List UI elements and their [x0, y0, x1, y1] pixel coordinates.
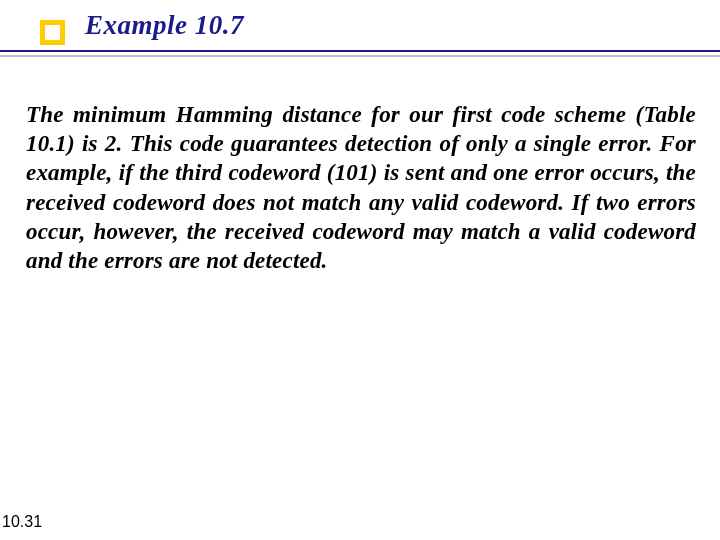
bullet-icon — [40, 20, 65, 45]
title-underline — [0, 50, 720, 52]
body-text: The minimum Hamming distance for our fir… — [26, 100, 696, 275]
bullet-inner-square — [45, 25, 60, 40]
slide-title: Example 10.7 — [85, 10, 244, 41]
slide-number: 10.31 — [2, 513, 42, 531]
slide-container: Example 10.7 The minimum Hamming distanc… — [0, 0, 720, 540]
title-shadow-line — [0, 55, 720, 57]
